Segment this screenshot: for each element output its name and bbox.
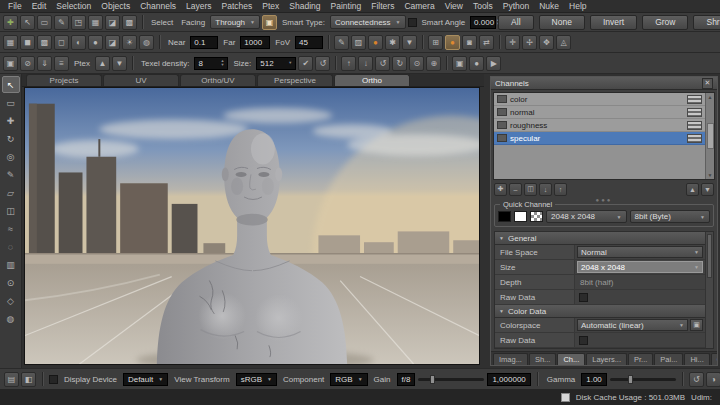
paint-icon[interactable]: ✎ bbox=[334, 35, 349, 50]
texel-density-input[interactable]: 8 ▲▼ bbox=[194, 57, 228, 70]
select-tool[interactable]: ↖ bbox=[2, 76, 20, 93]
menu-item[interactable]: File bbox=[3, 1, 27, 11]
gain-slider[interactable] bbox=[418, 378, 484, 381]
group-general[interactable]: ▼ General bbox=[495, 232, 705, 245]
gradient-tool[interactable]: ▥ bbox=[2, 256, 20, 273]
channel-list-scrollbar[interactable]: ▲ ▼ bbox=[705, 93, 714, 179]
group-mask-data[interactable]: ▼ Mask Data bbox=[495, 348, 705, 349]
menu-item[interactable]: Shading bbox=[284, 1, 325, 11]
marquee-select-icon[interactable]: ▭ bbox=[37, 15, 52, 30]
channel-row[interactable]: roughness bbox=[494, 119, 705, 132]
panel-tab[interactable]: Sh... bbox=[529, 353, 556, 365]
pan-up-icon[interactable]: ↑ bbox=[341, 56, 356, 71]
scroll-thumb[interactable] bbox=[707, 234, 712, 278]
color-colorspace-dropdown[interactable]: Automatic (linear)▼ bbox=[577, 319, 688, 331]
file-space-dropdown[interactable]: Normal▼ bbox=[577, 246, 703, 258]
rotate-ccw-icon[interactable]: ↺ bbox=[375, 56, 390, 71]
export-channel-icon[interactable]: ↑ bbox=[554, 183, 567, 196]
menu-item[interactable]: Layers bbox=[181, 1, 217, 11]
move-icon[interactable]: ✥ bbox=[539, 35, 554, 50]
gain-input[interactable]: 1,000000 bbox=[487, 373, 530, 386]
reset-density-icon[interactable]: ↺ bbox=[315, 56, 330, 71]
transform-tool[interactable]: ✚ bbox=[2, 112, 20, 129]
menu-item[interactable]: Ptex bbox=[257, 1, 284, 11]
move-channel-down-icon[interactable]: ▼ bbox=[701, 183, 714, 196]
component-dropdown[interactable]: RGB▼ bbox=[330, 373, 367, 386]
properties-scrollbar[interactable] bbox=[705, 232, 713, 348]
import-channel-icon[interactable]: ↓ bbox=[539, 183, 552, 196]
fov-input[interactable]: 45 bbox=[295, 36, 323, 49]
shader-settings-icon[interactable]: ✱ bbox=[385, 35, 400, 50]
shader-sphere-icon[interactable]: ● bbox=[368, 35, 383, 50]
near-input[interactable]: 0.1 bbox=[190, 36, 218, 49]
smart-angle-input[interactable]: 0.000 ▲▼ bbox=[470, 16, 496, 29]
scroll-thumb[interactable] bbox=[707, 123, 714, 149]
clone-stamp-tool[interactable]: ◫ bbox=[2, 202, 20, 219]
viewport-tab[interactable]: Ortho/UV bbox=[180, 74, 256, 86]
slider-handle[interactable] bbox=[628, 375, 633, 384]
3d-viewport[interactable] bbox=[24, 87, 480, 365]
menu-item[interactable]: Painting bbox=[326, 1, 367, 11]
rotate-cw-icon[interactable]: ↻ bbox=[392, 56, 407, 71]
gamma-slider[interactable] bbox=[610, 378, 676, 381]
eraser-tool[interactable]: ▱ bbox=[2, 184, 20, 201]
basic-lighting-icon[interactable]: ◐ bbox=[71, 35, 86, 50]
menu-item[interactable]: Objects bbox=[96, 1, 135, 11]
invert-button[interactable]: Invert bbox=[590, 15, 637, 30]
colorspace-options-icon[interactable]: ▣ bbox=[690, 319, 703, 331]
play-icon[interactable]: ▶ bbox=[486, 56, 501, 71]
axis-icon[interactable]: ✢ bbox=[522, 35, 537, 50]
menu-item[interactable]: Filters bbox=[366, 1, 399, 11]
size-dropdown[interactable]: 512 ▼ bbox=[256, 57, 296, 70]
bake-icon[interactable]: ▼ bbox=[402, 35, 417, 50]
menu-item[interactable]: Patches bbox=[217, 1, 258, 11]
lut-icon[interactable]: ◧ bbox=[21, 372, 36, 387]
size-dropdown[interactable]: 2048 x 2048▼ bbox=[577, 261, 703, 273]
panel-tab[interactable]: Hi... bbox=[684, 353, 709, 365]
select-patches-icon[interactable]: ▦ bbox=[88, 15, 103, 30]
fstop-field[interactable]: f/8 bbox=[397, 373, 416, 386]
current-shader-icon[interactable]: ● bbox=[445, 35, 460, 50]
menu-item[interactable]: Channels bbox=[135, 1, 181, 11]
channel-row[interactable]: color bbox=[494, 93, 705, 106]
record-icon[interactable]: ● bbox=[469, 56, 484, 71]
transparent-swatch[interactable] bbox=[530, 211, 543, 222]
full-lighting-icon[interactable]: ● bbox=[88, 35, 103, 50]
snap-icon[interactable]: ✛ bbox=[505, 35, 520, 50]
shadows-toggle-icon[interactable]: ◪ bbox=[105, 35, 120, 50]
warp-tool[interactable]: ◇ bbox=[2, 292, 20, 309]
display-device-checkbox[interactable] bbox=[49, 375, 58, 384]
textured-view-icon[interactable]: ▩ bbox=[37, 35, 52, 50]
frame-all-icon[interactable]: ⊙ bbox=[409, 56, 424, 71]
toggle-grade-icon[interactable]: ◑ bbox=[706, 372, 720, 387]
snapshot-icon[interactable]: ▣ bbox=[452, 56, 467, 71]
raw-data-checkbox[interactable] bbox=[579, 336, 588, 345]
facing-dropdown[interactable]: Through▼ bbox=[210, 15, 260, 29]
gamma-input[interactable]: 1.00 bbox=[581, 373, 607, 386]
wireframe-toggle-icon[interactable]: ▦ bbox=[3, 35, 18, 50]
panel-tab[interactable]: Col... bbox=[711, 353, 717, 365]
menu-item[interactable]: Edit bbox=[27, 1, 52, 11]
mirror-projection-icon[interactable]: ⇄ bbox=[479, 35, 494, 50]
menu-item[interactable]: Help bbox=[564, 1, 591, 11]
select-cursor-icon[interactable]: ↖ bbox=[20, 15, 35, 30]
raw-data-checkbox[interactable] bbox=[579, 293, 588, 302]
flat-lighting-icon[interactable]: ◻ bbox=[54, 35, 69, 50]
clear-buffer-icon[interactable]: ⊘ bbox=[20, 56, 35, 71]
buffer-settings-icon[interactable]: ≡ bbox=[54, 56, 69, 71]
viewport-tab[interactable]: Ortho bbox=[334, 74, 410, 86]
all-button[interactable]: All bbox=[498, 15, 533, 30]
lasso-select-icon[interactable]: ✎ bbox=[54, 15, 69, 30]
viewport-tab[interactable]: Projects bbox=[26, 74, 102, 86]
panel-tab[interactable]: Pai... bbox=[654, 353, 683, 365]
add-icon[interactable]: ✚ bbox=[3, 15, 18, 30]
panel-tab[interactable]: Ch... bbox=[557, 353, 585, 365]
viewport-tab[interactable]: Perspective bbox=[257, 74, 333, 86]
close-icon[interactable]: ✕ bbox=[702, 78, 713, 89]
projection-icon[interactable]: ⊞ bbox=[428, 35, 443, 50]
view-transform-dropdown[interactable]: sRGB▼ bbox=[236, 373, 277, 386]
falloff-icon[interactable]: ◬ bbox=[556, 35, 571, 50]
channel-row[interactable]: normal bbox=[494, 106, 705, 119]
mask-preview-icon[interactable]: ◙ bbox=[462, 35, 477, 50]
zoom-tool[interactable]: ◎ bbox=[2, 148, 20, 165]
